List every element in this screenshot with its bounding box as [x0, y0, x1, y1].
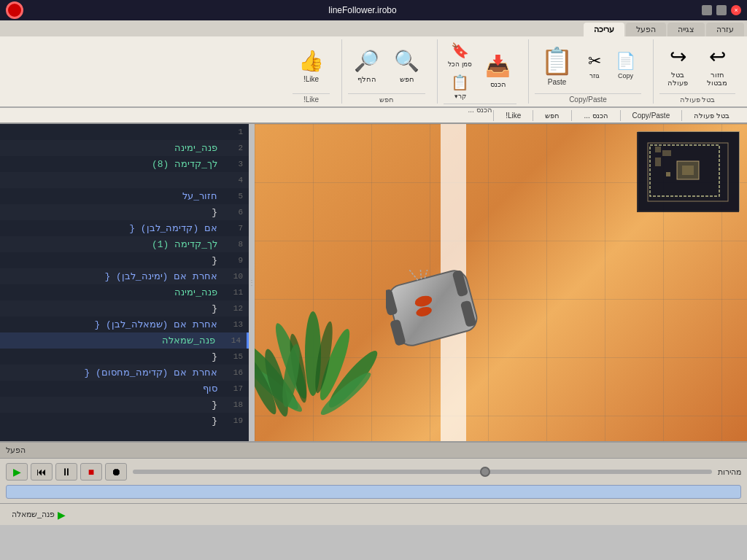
code-line-16[interactable]: 16אחרת אם (קדימה_מחסום) {: [0, 365, 249, 381]
undo-button[interactable]: ↪ בטלפעולה: [659, 42, 696, 90]
record-button[interactable]: ⏺: [105, 463, 127, 481]
line-number: 17: [225, 384, 243, 393]
copy-button[interactable]: 📄 Copy: [610, 50, 641, 82]
find-button[interactable]: 🔍 חפש: [388, 46, 425, 86]
code-line-6[interactable]: 6{: [0, 204, 249, 220]
code-line-19[interactable]: 19{: [0, 413, 249, 429]
bottom-panel-controls: מהירות ⏺ ■ ⏸ ⏮ ▶: [0, 459, 747, 485]
line-number: 19: [225, 416, 243, 425]
read-button[interactable]: 📋 קר▾: [444, 71, 476, 102]
tab-edit[interactable]: עריכה: [584, 23, 624, 36]
ribbon-group-undo: ↩ חזורמבטול ↪ בטלפעולה בטל פעולה: [653, 39, 741, 104]
ribbon-group-copypaste: 📄 Copy ✂ גוזר 📋 Paste Copy/Paste: [528, 39, 647, 104]
paste-icon: 📋: [541, 46, 573, 77]
replace-icon: 🔎: [354, 49, 379, 73]
code-line-15[interactable]: 15{: [0, 349, 249, 365]
bookmark-icon: 🔖: [451, 42, 469, 59]
search-group-label: חפש: [348, 93, 425, 104]
code-line-14[interactable]: 14פנה_שמאלה: [0, 332, 249, 349]
like-button[interactable]: 👍 Like!: [293, 46, 330, 86]
svg-rect-7: [666, 172, 670, 176]
bookmark-label: סמן הכל: [448, 61, 472, 68]
tab-help[interactable]: עזרה: [706, 23, 744, 36]
speed-slider-thumb[interactable]: [480, 467, 490, 477]
code-text: {: [212, 400, 217, 411]
line-number: 9: [225, 256, 243, 265]
paste-button[interactable]: 📋 Paste: [535, 44, 579, 88]
code-line-12[interactable]: 12{: [0, 300, 249, 316]
undo-group-label: בטל פעולה: [659, 93, 735, 104]
ribbon-bottom-insert[interactable]: הכנס ...: [571, 110, 619, 121]
code-line-3[interactable]: 3לך_קדימה (8): [0, 156, 249, 172]
svg-line-26: [416, 270, 425, 279]
ribbon-bottom-like[interactable]: Like!: [493, 110, 533, 121]
tab-run[interactable]: הפעל: [626, 23, 666, 36]
code-line-5[interactable]: 5חזור_על: [0, 188, 249, 204]
ribbon-bottom-undo[interactable]: בטל פעולה: [681, 110, 741, 121]
code-text: חזור_על: [182, 190, 217, 202]
code-line-17[interactable]: 17סוף: [0, 381, 249, 397]
status-item: ▶ פנה_שמאלה: [6, 509, 71, 521]
line-number: 14: [222, 336, 241, 345]
insert-button[interactable]: 📥 הכנס: [479, 51, 516, 91]
search-group-items: 🔍 חפש 🔎 החלף: [348, 39, 425, 92]
pause-button[interactable]: ⏸: [55, 463, 77, 481]
code-text: לך_קדימה (1): [152, 238, 217, 250]
ribbon-group-like: 👍 Like! Like!: [287, 39, 336, 104]
line-number: 2: [225, 144, 243, 152]
code-line-1[interactable]: 1: [0, 124, 249, 140]
title-bar: × lineFollower.irobo: [0, 0, 747, 20]
code-line-2[interactable]: 2פנה_ימינה: [0, 140, 249, 156]
copypaste-group-label: Copy/Paste: [535, 93, 641, 104]
close-button[interactable]: ×: [731, 5, 741, 15]
code-text: אחרת אם (קדימה_מחסום) {: [84, 367, 217, 378]
stop-button[interactable]: ■: [80, 463, 102, 481]
vertical-separator[interactable]: ⋮: [249, 124, 255, 441]
game-canvas[interactable]: [255, 124, 747, 441]
code-text: {: [212, 416, 217, 427]
window-title: lineFollower.irobo: [23, 5, 702, 15]
code-line-9[interactable]: 9{: [0, 252, 249, 268]
code-text: אם (קדימה_לבן) {: [129, 222, 217, 234]
code-text: פנה_ימינה: [174, 142, 217, 154]
code-line-18[interactable]: 18{: [0, 397, 249, 413]
code-line-7[interactable]: 7אם (קדימה_לבן) {: [0, 220, 249, 236]
code-line-13[interactable]: 13אחרת אם (שמאלה_לבן) {: [0, 316, 249, 332]
stop-icon: ■: [88, 466, 94, 478]
copy-icon: 📄: [616, 52, 635, 71]
like-icon: 👍: [298, 49, 324, 73]
like-label: Like!: [303, 75, 319, 83]
read-icon: 📋: [451, 74, 469, 91]
ribbon-bottom-copypaste[interactable]: Copy/Paste: [620, 110, 682, 121]
speed-slider[interactable]: [133, 470, 712, 474]
line-number: 8: [225, 240, 243, 249]
minimize-button[interactable]: [716, 5, 727, 15]
code-line-8[interactable]: 8לך_קדימה (1): [0, 236, 249, 252]
tab-view[interactable]: צגייה: [667, 23, 705, 36]
maximize-button[interactable]: [702, 5, 712, 15]
robot-svg: [386, 270, 481, 350]
bookmark-button[interactable]: 🔖 סמן הכל: [444, 39, 476, 70]
status-arrow-icon: ▶: [58, 509, 66, 521]
cut-icon: ✂: [588, 52, 601, 71]
copypaste-top-row: 📄 Copy ✂ גוזר: [582, 50, 641, 82]
minimap-svg: [637, 132, 739, 212]
find-icon: 🔍: [394, 49, 419, 73]
replace-button[interactable]: 🔎 החלף: [348, 46, 385, 86]
code-editor[interactable]: 12פנה_ימינה3לך_קדימה (8)45חזור_על6{7אם (…: [0, 124, 249, 441]
line-number: 10: [225, 272, 243, 281]
undo-label: בטלפעולה: [667, 71, 688, 87]
replace-label: החלף: [357, 75, 376, 83]
step-back-button[interactable]: ⏮: [31, 463, 53, 481]
copypaste-stack: 📄 Copy ✂ גוזר: [582, 50, 641, 82]
line-number: 18: [225, 400, 243, 409]
ribbon-bottom-search[interactable]: חפש: [533, 110, 571, 121]
minimap: [638, 131, 740, 211]
play-button[interactable]: ▶: [6, 463, 28, 481]
line-number: 6: [225, 208, 243, 217]
cut-button[interactable]: ✂ גוזר: [582, 50, 607, 82]
code-line-10[interactable]: 10אחרת אם (ימינה_לבן) {: [0, 268, 249, 284]
code-line-11[interactable]: 11פנה_ימינה: [0, 284, 249, 300]
redo-button[interactable]: ↩ חזורמבטול: [699, 42, 735, 90]
code-line-4[interactable]: 4: [0, 172, 249, 188]
